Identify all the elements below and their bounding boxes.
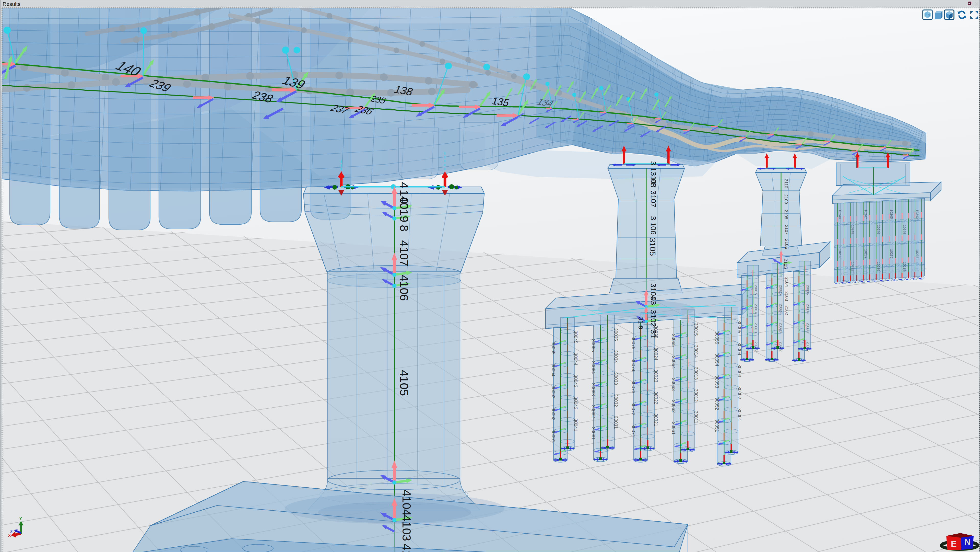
svg-text:30052: 30052 xyxy=(714,397,719,410)
svg-text:4107: 4107 xyxy=(398,240,411,266)
svg-text:30094: 30094 xyxy=(550,364,556,377)
svg-text:30062: 30062 xyxy=(671,400,676,413)
svg-text:30072: 30072 xyxy=(631,402,636,415)
svg-text:30004: 30004 xyxy=(737,343,742,355)
svg-text:2102: 2102 xyxy=(784,305,789,315)
svg-text:30045: 30045 xyxy=(573,331,578,343)
svg-text:30085: 30085 xyxy=(591,339,596,352)
svg-text:2105: 2105 xyxy=(783,258,788,269)
svg-text:30075: 30075 xyxy=(631,337,636,349)
svg-text:30091: 30091 xyxy=(550,429,556,442)
svg-text:30035: 30035 xyxy=(613,328,618,341)
svg-text:30001: 30001 xyxy=(737,408,742,421)
svg-text:30073: 30073 xyxy=(631,381,636,393)
svg-text:2104: 2104 xyxy=(784,277,789,287)
svg-text:30053: 30053 xyxy=(714,375,719,388)
svg-text:10246: 10246 xyxy=(877,225,880,234)
svg-text:4104: 4104 xyxy=(400,490,413,516)
svg-text:10249: 10249 xyxy=(838,209,842,219)
svg-text:20023: 20023 xyxy=(779,323,783,333)
svg-text:10239: 10239 xyxy=(838,249,842,258)
svg-text:30064: 30064 xyxy=(671,356,676,369)
svg-text:30095: 30095 xyxy=(550,342,556,354)
svg-text:30005: 30005 xyxy=(737,321,742,333)
svg-text:0: 0 xyxy=(398,197,411,204)
svg-text:2108: 2108 xyxy=(784,209,788,219)
svg-text:3107: 3107 xyxy=(649,190,658,207)
svg-text:30032: 30032 xyxy=(613,394,618,407)
svg-text:30063: 30063 xyxy=(671,378,676,391)
svg-text:30043: 30043 xyxy=(573,375,578,388)
svg-text:20013: 20013 xyxy=(754,323,758,333)
svg-text:10237: 10237 xyxy=(864,249,868,258)
svg-text:10247: 10247 xyxy=(864,209,868,219)
svg-text:3: 3 xyxy=(649,161,658,165)
svg-text:30082: 30082 xyxy=(591,405,596,418)
svg-text:30051: 30051 xyxy=(714,420,719,432)
svg-text:30061: 30061 xyxy=(671,422,676,435)
svg-text:30084: 30084 xyxy=(591,361,596,374)
svg-text:8: 8 xyxy=(398,225,411,231)
svg-text:Y: Y xyxy=(19,516,22,520)
svg-text:30083: 30083 xyxy=(591,383,596,396)
svg-text:30023: 30023 xyxy=(653,370,659,382)
svg-text:3: 3 xyxy=(649,216,658,220)
svg-text:31-9: 31-9 xyxy=(637,317,644,329)
svg-text:10245: 10245 xyxy=(889,209,893,219)
svg-text:2110: 2110 xyxy=(784,179,788,188)
svg-text:20015: 20015 xyxy=(754,285,758,295)
svg-text:10233: 10233 xyxy=(915,249,919,258)
svg-text:20012: 20012 xyxy=(754,342,758,352)
svg-text:30081: 30081 xyxy=(591,427,596,440)
svg-text:30071: 30071 xyxy=(631,424,636,437)
svg-text:2106: 2106 xyxy=(784,239,789,249)
svg-text:X: X xyxy=(8,533,11,538)
svg-text:20022: 20022 xyxy=(779,342,783,352)
svg-text:30074: 30074 xyxy=(631,359,636,371)
svg-text:30033: 30033 xyxy=(613,372,618,385)
svg-text:41: 41 xyxy=(400,544,413,552)
svg-text:3102: 3102 xyxy=(649,310,658,327)
svg-text:E: E xyxy=(951,539,957,549)
svg-text:20025: 20025 xyxy=(779,285,783,295)
svg-text:20034: 20034 xyxy=(806,304,810,314)
svg-text:30034: 30034 xyxy=(613,350,618,363)
svg-text:30015: 30015 xyxy=(694,323,698,336)
svg-text:4106: 4106 xyxy=(398,275,411,301)
svg-text:20024: 20024 xyxy=(779,304,783,314)
svg-text:30044: 30044 xyxy=(573,353,578,365)
svg-text:30003: 30003 xyxy=(737,364,742,377)
svg-text:30013: 30013 xyxy=(694,367,698,380)
svg-text:3105: 3105 xyxy=(648,238,657,256)
svg-text:4: 4 xyxy=(398,182,411,188)
svg-text:30054: 30054 xyxy=(714,353,719,366)
svg-text:N: N xyxy=(964,537,971,547)
svg-text:20035: 20035 xyxy=(806,285,810,295)
svg-text:30031: 30031 xyxy=(613,416,618,429)
svg-text:2107: 2107 xyxy=(784,225,789,235)
svg-text:30092: 30092 xyxy=(550,408,556,420)
svg-text:10234: 10234 xyxy=(903,262,907,271)
svg-text:10244: 10244 xyxy=(903,225,907,234)
svg-text:30042: 30042 xyxy=(573,397,578,409)
svg-text:03: 03 xyxy=(649,297,658,305)
svg-text:2103: 2103 xyxy=(784,291,789,301)
svg-text:20033: 20033 xyxy=(806,323,810,333)
svg-text:30021: 30021 xyxy=(653,413,659,426)
svg-text:30093: 30093 xyxy=(550,386,556,399)
svg-text:30011: 30011 xyxy=(694,411,698,423)
svg-text:4105: 4105 xyxy=(398,370,411,396)
svg-text:Results: Results xyxy=(3,1,21,7)
svg-text:10243: 10243 xyxy=(915,209,919,219)
svg-text:30014: 30014 xyxy=(694,345,698,358)
svg-text:10236: 10236 xyxy=(877,262,880,271)
svg-text:30055: 30055 xyxy=(714,332,719,344)
svg-text:20032: 20032 xyxy=(806,342,810,352)
svg-text:10235: 10235 xyxy=(889,249,893,258)
svg-text:2109: 2109 xyxy=(784,194,788,204)
svg-text:10238: 10238 xyxy=(851,262,854,271)
svg-text:30012: 30012 xyxy=(694,389,698,402)
svg-text:20014: 20014 xyxy=(754,304,758,314)
svg-text:14019: 14019 xyxy=(398,190,411,222)
svg-text:30022: 30022 xyxy=(653,391,659,404)
